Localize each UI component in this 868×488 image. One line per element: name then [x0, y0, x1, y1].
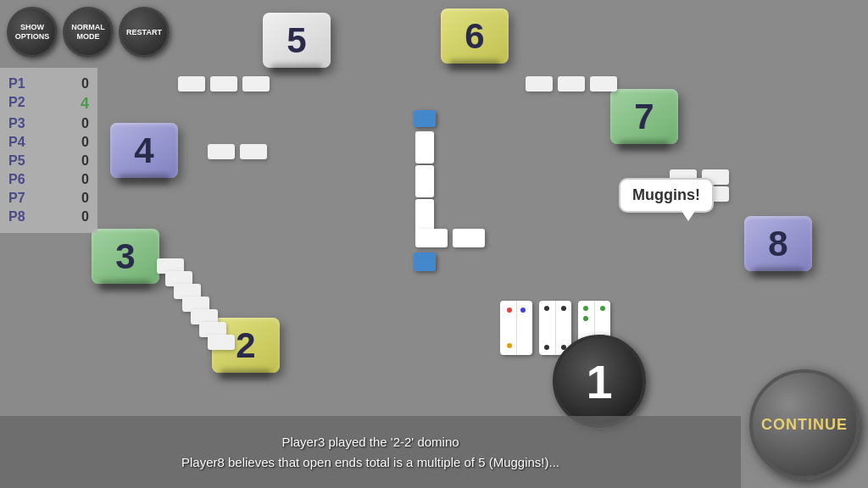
blue-domino-bottom — [414, 252, 436, 271]
player-token-8: 8 — [744, 216, 812, 271]
facedown-domino — [240, 144, 267, 159]
facedown-domino — [242, 76, 270, 92]
muggins-text: Muggins! — [632, 186, 700, 203]
score-row-p4: P4 0 — [8, 133, 89, 152]
player-label-p7: P7 — [8, 191, 25, 206]
blue-domino-top — [414, 110, 436, 127]
score-val-p2: 4 — [81, 95, 89, 113]
facedown-domino — [210, 76, 237, 92]
game-board: 4 3 2 5 6 7 8 — [0, 0, 868, 488]
facedown-domino — [590, 76, 617, 92]
score-row-p6: P6 0 — [8, 170, 89, 189]
score-row-p8: P8 0 — [8, 208, 89, 226]
player-token-3: 3 — [92, 229, 159, 284]
facedown-domino — [526, 76, 553, 92]
player-token-7: 7 — [610, 89, 678, 144]
chain-domino-h1 — [415, 229, 448, 247]
player-label-p2: P2 — [8, 95, 25, 113]
chain-domino-v3 — [415, 199, 434, 231]
player-label-p6: P6 — [8, 172, 25, 187]
score-val-p8: 0 — [81, 209, 89, 225]
player-label-p5: P5 — [8, 153, 25, 169]
score-row-p1: P1 0 — [8, 75, 89, 93]
top-buttons-container: SHOW OPTIONS NORMAL MODE RESTART — [7, 7, 170, 58]
player1-number: 1 — [586, 354, 612, 409]
chain-domino-h2 — [453, 229, 485, 247]
info-line-2: Player8 believes that open ends total is… — [181, 452, 559, 473]
player-label-p8: P8 — [8, 209, 25, 225]
score-val-p6: 0 — [81, 172, 89, 187]
score-val-p1: 0 — [81, 76, 89, 92]
score-val-p4: 0 — [81, 135, 89, 150]
score-row-p5: P5 0 — [8, 152, 89, 170]
normal-mode-button[interactable]: NORMAL MODE — [63, 7, 114, 58]
player-label-p4: P4 — [8, 135, 25, 150]
facedown-domino — [558, 76, 585, 92]
info-line-1: Player3 played the '2-2' domino — [281, 432, 459, 452]
score-row-p3: P3 0 — [8, 114, 89, 133]
score-val-p3: 0 — [81, 116, 89, 131]
facedown-domino — [208, 144, 235, 159]
player-token-4: 4 — [110, 123, 178, 178]
player-token-6: 6 — [441, 8, 509, 64]
player-label-p3: P3 — [8, 116, 25, 131]
player-label-p1: P1 — [8, 76, 25, 92]
chain-domino-v2 — [415, 165, 434, 197]
player1-circle: 1 — [553, 335, 646, 428]
facedown-domino — [178, 76, 205, 92]
score-panel: P1 0 P2 4 P3 0 P4 0 P5 0 P6 0 P7 0 P8 0 — [0, 68, 97, 233]
restart-button[interactable]: RESTART — [119, 7, 170, 58]
chain-domino-v1 — [415, 131, 434, 164]
show-options-button[interactable]: SHOW OPTIONS — [7, 7, 58, 58]
info-bar: Player3 played the '2-2' domino Player8 … — [0, 416, 741, 488]
score-row-p2: P2 4 — [8, 93, 89, 114]
player-token-5: 5 — [263, 13, 331, 68]
score-val-p5: 0 — [81, 153, 89, 169]
continue-button[interactable]: CONTINUE — [749, 369, 860, 480]
facedown-domino — [208, 335, 235, 350]
continue-label: CONTINUE — [761, 416, 848, 434]
muggins-speech-bubble: Muggins! — [619, 178, 714, 213]
score-val-p7: 0 — [81, 191, 89, 206]
score-row-p7: P7 0 — [8, 189, 89, 208]
